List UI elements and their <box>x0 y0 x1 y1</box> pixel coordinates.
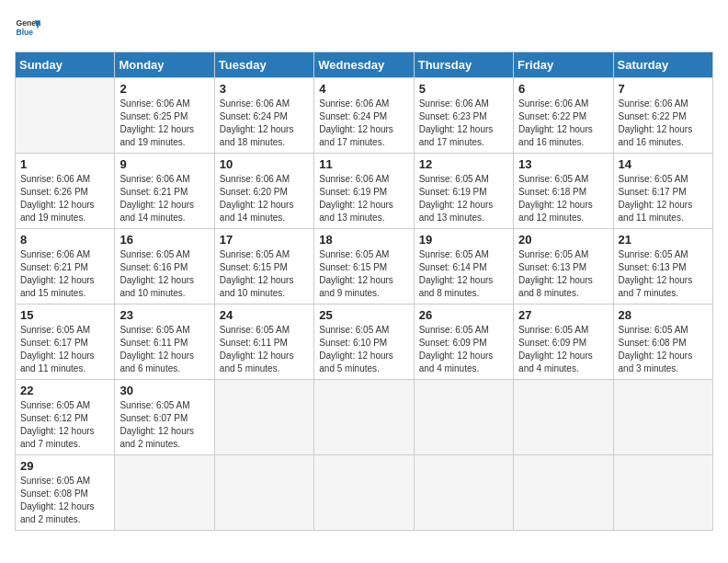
day-number: 21 <box>619 233 708 247</box>
logo: General Blue <box>15 15 40 40</box>
calendar-cell: 9Sunrise: 6:06 AM Sunset: 6:21 PM Daylig… <box>115 154 214 229</box>
calendar-cell: 6Sunrise: 6:06 AM Sunset: 6:22 PM Daylig… <box>514 78 613 154</box>
col-header-monday: Monday <box>115 52 214 78</box>
calendar-cell: 16Sunrise: 6:05 AM Sunset: 6:16 PM Dayli… <box>115 229 214 304</box>
calendar-cell: 14Sunrise: 6:05 AM Sunset: 6:17 PM Dayli… <box>613 154 712 229</box>
calendar-cell: 1Sunrise: 6:06 AM Sunset: 6:26 PM Daylig… <box>16 154 115 229</box>
day-number: 29 <box>20 459 109 473</box>
calendar-cell <box>414 380 513 455</box>
col-header-friday: Friday <box>514 52 613 78</box>
day-number: 17 <box>220 233 309 247</box>
calendar-cell: 7Sunrise: 6:06 AM Sunset: 6:22 PM Daylig… <box>613 78 712 154</box>
calendar-cell: 5Sunrise: 6:06 AM Sunset: 6:23 PM Daylig… <box>414 78 513 154</box>
day-info: Sunrise: 6:05 AM Sunset: 6:13 PM Dayligh… <box>518 248 608 300</box>
day-number: 25 <box>319 308 408 322</box>
day-info: Sunrise: 6:05 AM Sunset: 6:15 PM Dayligh… <box>220 248 309 300</box>
calendar-cell: 12Sunrise: 6:05 AM Sunset: 6:19 PM Dayli… <box>414 154 513 229</box>
day-info: Sunrise: 6:05 AM Sunset: 6:15 PM Dayligh… <box>319 248 408 300</box>
day-info: Sunrise: 6:06 AM Sunset: 6:21 PM Dayligh… <box>20 248 109 300</box>
day-info: Sunrise: 6:05 AM Sunset: 6:09 PM Dayligh… <box>419 324 508 375</box>
day-info: Sunrise: 6:05 AM Sunset: 6:19 PM Dayligh… <box>419 173 508 224</box>
col-header-tuesday: Tuesday <box>214 52 313 78</box>
calendar-cell: 2Sunrise: 6:06 AM Sunset: 6:25 PM Daylig… <box>115 78 214 154</box>
day-info: Sunrise: 6:06 AM Sunset: 6:19 PM Dayligh… <box>319 173 408 224</box>
calendar-cell: 3Sunrise: 6:06 AM Sunset: 6:24 PM Daylig… <box>214 78 313 154</box>
day-info: Sunrise: 6:05 AM Sunset: 6:13 PM Dayligh… <box>619 248 708 300</box>
calendar-cell: 15Sunrise: 6:05 AM Sunset: 6:17 PM Dayli… <box>16 304 115 380</box>
day-info: Sunrise: 6:05 AM Sunset: 6:10 PM Dayligh… <box>319 324 408 375</box>
day-number: 8 <box>20 233 109 247</box>
day-number: 18 <box>319 233 408 247</box>
calendar-table: SundayMondayTuesdayWednesdayThursdayFrid… <box>15 52 713 531</box>
week-row-5: 22Sunrise: 6:05 AM Sunset: 6:12 PM Dayli… <box>16 380 713 455</box>
day-info: Sunrise: 6:05 AM Sunset: 6:16 PM Dayligh… <box>119 248 209 300</box>
calendar-cell: 17Sunrise: 6:05 AM Sunset: 6:15 PM Dayli… <box>214 229 313 304</box>
day-number: 3 <box>220 82 309 96</box>
day-number: 16 <box>119 233 209 247</box>
day-number: 28 <box>619 308 708 322</box>
calendar-cell: 13Sunrise: 6:05 AM Sunset: 6:18 PM Dayli… <box>514 154 613 229</box>
calendar-cell: 8Sunrise: 6:06 AM Sunset: 6:21 PM Daylig… <box>16 229 115 304</box>
calendar-cell <box>414 455 513 531</box>
calendar-cell: 29Sunrise: 6:05 AM Sunset: 6:08 PM Dayli… <box>16 455 115 531</box>
day-info: Sunrise: 6:06 AM Sunset: 6:22 PM Dayligh… <box>619 98 708 149</box>
day-info: Sunrise: 6:06 AM Sunset: 6:20 PM Dayligh… <box>220 173 309 224</box>
day-info: Sunrise: 6:05 AM Sunset: 6:17 PM Dayligh… <box>619 173 708 224</box>
day-number: 30 <box>119 384 209 397</box>
day-number: 12 <box>419 157 508 171</box>
day-info: Sunrise: 6:05 AM Sunset: 6:18 PM Dayligh… <box>518 173 608 224</box>
calendar-cell <box>214 455 313 531</box>
day-number: 10 <box>220 157 309 171</box>
calendar-cell: 26Sunrise: 6:05 AM Sunset: 6:09 PM Dayli… <box>414 304 513 380</box>
calendar-cell: 28Sunrise: 6:05 AM Sunset: 6:08 PM Dayli… <box>613 304 712 380</box>
calendar-cell: 21Sunrise: 6:05 AM Sunset: 6:13 PM Dayli… <box>613 229 712 304</box>
day-number: 11 <box>319 157 408 171</box>
week-row-6: 29Sunrise: 6:05 AM Sunset: 6:08 PM Dayli… <box>16 455 713 531</box>
day-info: Sunrise: 6:05 AM Sunset: 6:12 PM Dayligh… <box>20 399 109 451</box>
day-number: 9 <box>119 157 209 171</box>
calendar-cell: 10Sunrise: 6:06 AM Sunset: 6:20 PM Dayli… <box>214 154 313 229</box>
calendar-cell: 20Sunrise: 6:05 AM Sunset: 6:13 PM Dayli… <box>514 229 613 304</box>
logo-icon: General Blue <box>15 15 40 40</box>
day-number: 22 <box>20 384 109 397</box>
week-row-2: 1Sunrise: 6:06 AM Sunset: 6:26 PM Daylig… <box>16 154 713 229</box>
day-info: Sunrise: 6:06 AM Sunset: 6:22 PM Dayligh… <box>518 98 608 149</box>
calendar-cell: 30Sunrise: 6:05 AM Sunset: 6:07 PM Dayli… <box>115 380 214 455</box>
day-number: 5 <box>419 82 508 96</box>
day-info: Sunrise: 6:05 AM Sunset: 6:09 PM Dayligh… <box>518 324 608 375</box>
col-header-wednesday: Wednesday <box>314 52 414 78</box>
calendar-cell: 25Sunrise: 6:05 AM Sunset: 6:10 PM Dayli… <box>314 304 414 380</box>
calendar-cell <box>613 455 712 531</box>
day-info: Sunrise: 6:06 AM Sunset: 6:24 PM Dayligh… <box>319 98 408 149</box>
day-info: Sunrise: 6:06 AM Sunset: 6:24 PM Dayligh… <box>220 98 309 149</box>
calendar-cell: 23Sunrise: 6:05 AM Sunset: 6:11 PM Dayli… <box>115 304 214 380</box>
page-header: General Blue <box>15 15 713 40</box>
header-row: SundayMondayTuesdayWednesdayThursdayFrid… <box>16 52 713 78</box>
calendar-cell: 27Sunrise: 6:05 AM Sunset: 6:09 PM Dayli… <box>514 304 613 380</box>
day-number: 20 <box>518 233 608 247</box>
calendar-cell <box>514 455 613 531</box>
day-number: 2 <box>119 82 209 96</box>
day-info: Sunrise: 6:06 AM Sunset: 6:21 PM Dayligh… <box>119 173 209 224</box>
calendar-cell <box>613 380 712 455</box>
day-info: Sunrise: 6:05 AM Sunset: 6:08 PM Dayligh… <box>619 324 708 375</box>
calendar-cell <box>314 455 414 531</box>
day-number: 4 <box>319 82 408 96</box>
col-header-sunday: Sunday <box>16 52 115 78</box>
week-row-1: 2Sunrise: 6:06 AM Sunset: 6:25 PM Daylig… <box>16 78 713 154</box>
day-info: Sunrise: 6:06 AM Sunset: 6:26 PM Dayligh… <box>20 173 109 224</box>
calendar-cell: 18Sunrise: 6:05 AM Sunset: 6:15 PM Dayli… <box>314 229 414 304</box>
calendar-cell <box>115 455 214 531</box>
calendar-cell: 24Sunrise: 6:05 AM Sunset: 6:11 PM Dayli… <box>214 304 313 380</box>
calendar-cell <box>214 380 313 455</box>
day-number: 23 <box>119 308 209 322</box>
day-number: 14 <box>619 157 708 171</box>
calendar-cell: 4Sunrise: 6:06 AM Sunset: 6:24 PM Daylig… <box>314 78 414 154</box>
calendar-cell <box>314 380 414 455</box>
day-info: Sunrise: 6:05 AM Sunset: 6:08 PM Dayligh… <box>20 475 109 526</box>
day-info: Sunrise: 6:05 AM Sunset: 6:14 PM Dayligh… <box>419 248 508 300</box>
day-info: Sunrise: 6:05 AM Sunset: 6:17 PM Dayligh… <box>20 324 109 375</box>
col-header-thursday: Thursday <box>414 52 513 78</box>
svg-text:Blue: Blue <box>17 28 34 37</box>
day-number: 1 <box>20 157 109 171</box>
